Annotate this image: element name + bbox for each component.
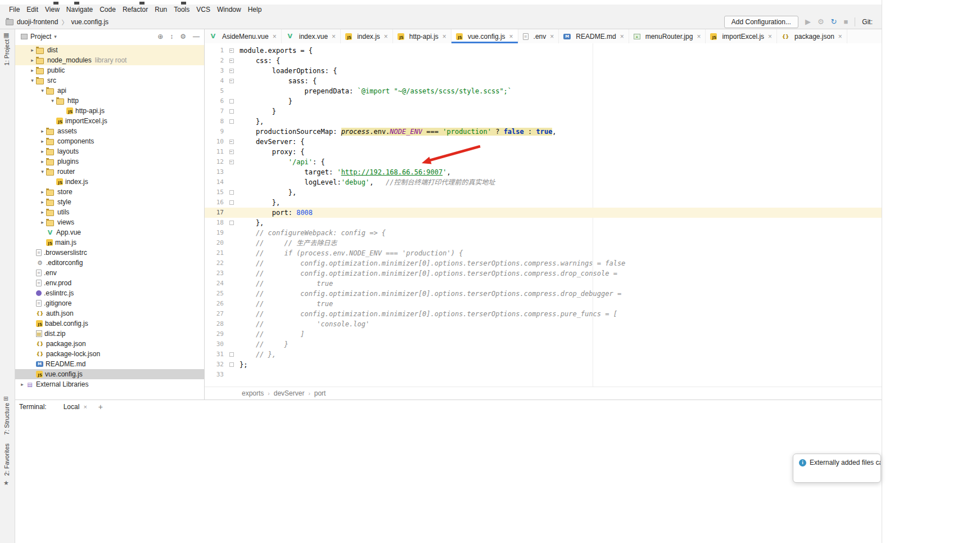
fold-marker-icon[interactable]: −: [227, 147, 236, 157]
close-tab-icon[interactable]: ×: [332, 33, 336, 41]
code-line-16[interactable]: 16 },: [205, 198, 882, 208]
fold-marker-icon[interactable]: −: [227, 66, 236, 76]
tree-item-browserslistrc[interactable]: ≡.browserslistrc: [15, 248, 204, 258]
git-label[interactable]: Git:: [862, 18, 873, 26]
line-number[interactable]: 30: [205, 339, 227, 349]
tree-item-external-libraries[interactable]: ▸▤External Libraries: [15, 379, 204, 389]
tree-item-http[interactable]: ▾http: [15, 96, 204, 106]
run-button[interactable]: ▶: [805, 18, 811, 25]
line-number[interactable]: 6: [205, 96, 227, 106]
tree-item-views[interactable]: ▸views: [15, 217, 204, 227]
tree-item-api[interactable]: ▾api: [15, 86, 204, 96]
chevron-collapsed-icon[interactable]: ▸: [29, 47, 36, 53]
line-number[interactable]: 4: [205, 76, 227, 86]
tree-item-http-api-js[interactable]: JShttp-api.js: [15, 106, 204, 116]
tree-item-vue-config-js[interactable]: JSvue.config.js: [15, 369, 204, 379]
tree-item-main-js[interactable]: JSmain.js: [15, 237, 204, 248]
chevron-collapsed-icon[interactable]: ▸: [39, 219, 46, 225]
code-line-23[interactable]: 23 // config.optimization.minimizer[0].o…: [205, 268, 882, 279]
menu-code[interactable]: Code: [96, 6, 119, 14]
tree-item-dist[interactable]: ▸dist: [15, 45, 204, 55]
close-tab-icon[interactable]: ×: [442, 33, 446, 41]
line-number[interactable]: 5: [205, 86, 227, 96]
code-line-12[interactable]: 12− '/api': {: [205, 157, 882, 167]
menu-help[interactable]: Help: [245, 6, 265, 14]
chevron-expanded-icon[interactable]: ▾: [39, 88, 46, 93]
line-number[interactable]: 1: [205, 46, 227, 56]
line-number[interactable]: 31: [205, 349, 227, 360]
tab-index-vue[interactable]: Vindex.vue×: [282, 29, 341, 43]
code-line-18[interactable]: 18 },: [205, 218, 882, 228]
stop-button[interactable]: ■: [843, 18, 848, 25]
tree-item-package-lock-json[interactable]: {}package-lock.json: [15, 349, 204, 359]
close-tab-icon[interactable]: ×: [838, 33, 842, 41]
menu-edit[interactable]: Edit: [23, 6, 42, 14]
code-line-3[interactable]: 3− loaderOptions: {: [205, 66, 882, 76]
close-tab-icon[interactable]: ×: [768, 33, 772, 41]
fold-marker-icon[interactable]: [227, 198, 236, 208]
code-line-21[interactable]: 21 // if (process.env.NODE_ENV === 'prod…: [205, 248, 882, 258]
code-line-7[interactable]: 7 }: [205, 106, 882, 116]
terminal-output[interactable]: [15, 414, 882, 424]
line-number[interactable]: 32: [205, 360, 227, 370]
tree-item-readme-md[interactable]: MREADME.md: [15, 359, 204, 369]
code-line-30[interactable]: 30 // }: [205, 339, 882, 349]
line-number[interactable]: 14: [205, 177, 227, 187]
code-line-14[interactable]: 14 logLevel:'debug', //控制台终端打印代理前的真实地址: [205, 177, 882, 187]
tree-item-public[interactable]: ▸public: [15, 65, 204, 75]
sync-button[interactable]: ↻: [831, 18, 837, 25]
chevron-expanded-icon[interactable]: ▾: [39, 169, 46, 174]
tree-item-assets[interactable]: ▸assets: [15, 126, 204, 136]
toolwindow-structure-button[interactable]: 7: Structure: [3, 403, 10, 435]
tree-item-src[interactable]: ▾src: [15, 75, 204, 86]
tab-importexcel-js[interactable]: JSimportExcel.js×: [706, 29, 777, 43]
line-number[interactable]: 20: [205, 238, 227, 248]
code-line-25[interactable]: 25 // config.optimization.minimizer[0].o…: [205, 289, 882, 299]
gear-icon[interactable]: ⚙: [180, 33, 186, 41]
close-tab-icon[interactable]: ×: [620, 33, 624, 41]
code-line-32[interactable]: 32};: [205, 360, 882, 370]
fold-marker-icon[interactable]: −: [227, 76, 236, 86]
fold-marker-icon[interactable]: [227, 218, 236, 228]
line-number[interactable]: 2: [205, 56, 227, 66]
line-number[interactable]: 19: [205, 228, 227, 238]
code-line-17[interactable]: 17 port: 8008: [205, 208, 882, 218]
line-number[interactable]: 24: [205, 279, 227, 289]
editor-breadcrumb-port[interactable]: port: [314, 389, 326, 397]
code-line-9[interactable]: 9 productionSourceMap: process.env.NODE_…: [205, 127, 882, 137]
fold-marker-icon[interactable]: −: [227, 137, 236, 147]
code-line-1[interactable]: 1−module.exports = {: [205, 46, 882, 56]
tab-readme-md[interactable]: MREADME.md×: [559, 29, 629, 43]
fold-marker-icon[interactable]: −: [227, 157, 236, 167]
fold-marker-icon[interactable]: [227, 187, 236, 198]
tree-item-router[interactable]: ▾router: [15, 167, 204, 177]
chevron-collapsed-icon[interactable]: ▸: [19, 382, 26, 387]
line-number[interactable]: 29: [205, 329, 227, 339]
tree-item-scratches-and-consoles[interactable]: ▸▣Scratches and Consoles: [15, 389, 204, 391]
menu-navigate[interactable]: Navigate: [63, 6, 96, 14]
tree-item-package-json[interactable]: {}package.json: [15, 339, 204, 349]
debug-button[interactable]: ⚙: [818, 18, 824, 25]
code-line-4[interactable]: 4− sass: {: [205, 76, 882, 86]
line-number[interactable]: 22: [205, 258, 227, 268]
terminal-tab-local[interactable]: Local ×: [59, 402, 92, 412]
tree-item-env[interactable]: ≡.env: [15, 268, 204, 278]
fold-marker-icon[interactable]: [227, 106, 236, 116]
tree-item-dist-zip[interactable]: ▤dist.zip: [15, 329, 204, 339]
tree-item-editorconfig[interactable]: ⚙.editorconfig: [15, 258, 204, 268]
line-number[interactable]: 18: [205, 218, 227, 228]
code-line-20[interactable]: 20 // // 生产去除日志: [205, 238, 882, 248]
tab-asidemenu-vue[interactable]: VAsideMenu.vue×: [205, 29, 282, 43]
tree-item-babel-config-js[interactable]: JSbabel.config.js: [15, 318, 204, 329]
line-number[interactable]: 27: [205, 309, 227, 319]
code-line-24[interactable]: 24 // true: [205, 279, 882, 289]
menu-tools[interactable]: Tools: [170, 6, 193, 14]
close-tab-icon[interactable]: ×: [509, 33, 513, 41]
add-configuration-button[interactable]: Add Configuration...: [724, 16, 798, 28]
project-panel-title[interactable]: Project: [30, 33, 51, 41]
tree-item-plugins[interactable]: ▸plugins: [15, 156, 204, 167]
fold-marker-icon[interactable]: [227, 116, 236, 127]
line-number[interactable]: 26: [205, 299, 227, 309]
hide-panel-icon[interactable]: —: [193, 33, 200, 41]
code-line-11[interactable]: 11− proxy: {: [205, 147, 882, 157]
